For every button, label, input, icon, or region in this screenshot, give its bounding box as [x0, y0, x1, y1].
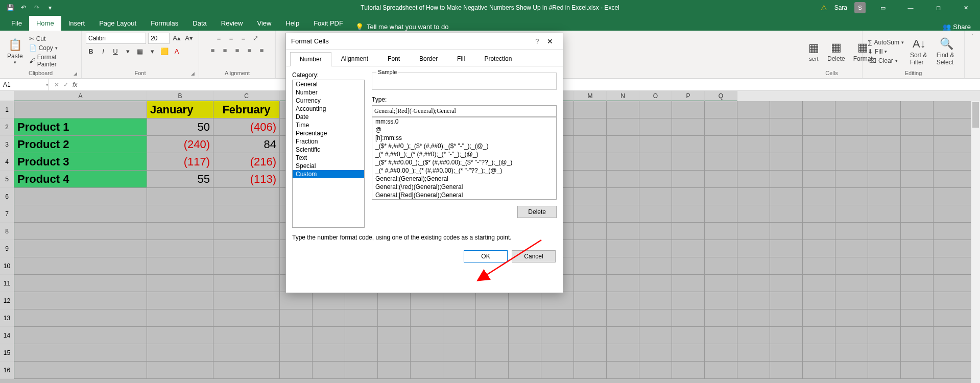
type-list[interactable]: m/d/yyyy h:mmmm:ssmm:ss.0@[h]:mm:ss_($* …: [372, 117, 557, 200]
column-header[interactable]: O: [639, 91, 672, 101]
qat-customize-icon[interactable]: ▾: [46, 4, 54, 12]
tab-page-layout[interactable]: Page Layout: [92, 16, 144, 31]
bold-button[interactable]: B: [86, 46, 96, 56]
tab-review[interactable]: Review: [214, 16, 250, 31]
cell[interactable]: 84: [213, 136, 280, 153]
dialog-tab-border[interactable]: Border: [410, 52, 447, 66]
decrease-font-icon[interactable]: A▾: [184, 33, 194, 43]
category-item[interactable]: Special: [293, 162, 364, 170]
border-button[interactable]: ▦: [135, 46, 145, 56]
copy-button[interactable]: 📄Copy▾: [28, 44, 77, 52]
font-name-select[interactable]: [86, 33, 146, 44]
chevron-down-icon[interactable]: ▾: [147, 46, 157, 56]
dialog-launcher-icon[interactable]: ◢: [74, 71, 77, 76]
cell[interactable]: (240): [147, 136, 213, 153]
cell[interactable]: [14, 257, 147, 275]
row-header[interactable]: 15: [0, 344, 14, 362]
category-item[interactable]: Currency: [293, 97, 364, 105]
tab-home[interactable]: Home: [29, 16, 61, 31]
cell[interactable]: [14, 101, 147, 118]
type-list-item[interactable]: General;[Red](General);General: [372, 191, 556, 199]
cell[interactable]: [14, 275, 147, 292]
cell[interactable]: [213, 309, 280, 327]
column-header[interactable]: N: [607, 91, 639, 101]
warning-icon[interactable]: ⚠: [821, 4, 827, 12]
row-header[interactable]: 12: [0, 292, 14, 309]
dialog-tab-number[interactable]: Number: [290, 52, 331, 66]
row-header[interactable]: 11: [0, 275, 14, 292]
cell[interactable]: [147, 292, 213, 309]
ribbon-options-icon[interactable]: ▭: [873, 0, 893, 15]
redo-icon[interactable]: ↷: [33, 4, 41, 12]
align-top-icon[interactable]: ≡: [214, 33, 224, 43]
cell[interactable]: [14, 344, 147, 362]
align-right-icon[interactable]: ≡: [232, 45, 243, 55]
category-list[interactable]: GeneralNumberCurrencyAccountingDateTimeP…: [292, 80, 365, 228]
cell[interactable]: [213, 362, 280, 379]
row-header[interactable]: 4: [0, 153, 14, 171]
type-list-item[interactable]: [h]:mm:ss: [372, 134, 556, 142]
close-icon[interactable]: ✕: [542, 37, 558, 45]
user-name[interactable]: Sara: [834, 4, 847, 11]
close-icon[interactable]: ✕: [955, 0, 976, 15]
category-item[interactable]: Custom: [293, 170, 364, 178]
autosum-button[interactable]: ∑AutoSum▾: [867, 38, 905, 46]
tell-me[interactable]: 💡 Tell me what you want to do: [355, 23, 448, 31]
collapse-ribbon-icon[interactable]: ˆ: [971, 34, 973, 40]
cell[interactable]: [147, 257, 213, 275]
cell[interactable]: (216): [213, 153, 280, 171]
type-list-item[interactable]: General;(\red)(General);General: [372, 183, 556, 191]
cell[interactable]: [147, 327, 213, 344]
column-header[interactable]: Q: [705, 91, 737, 101]
sort-filter-button[interactable]: A↓Sort & Filter: [907, 36, 931, 67]
cell[interactable]: [213, 240, 280, 257]
align-center-icon[interactable]: ≡: [220, 45, 230, 55]
help-icon[interactable]: ?: [532, 37, 542, 45]
vertical-scrollbar[interactable]: [971, 101, 980, 383]
cell[interactable]: [147, 275, 213, 292]
cell[interactable]: [213, 275, 280, 292]
cell[interactable]: [147, 240, 213, 257]
cell[interactable]: [213, 327, 280, 344]
row-header[interactable]: 1: [0, 101, 14, 118]
cell[interactable]: (117): [147, 153, 213, 171]
align-left-icon[interactable]: ≡: [208, 45, 218, 55]
save-icon[interactable]: 💾: [6, 4, 14, 12]
tab-help[interactable]: Help: [278, 16, 306, 31]
cell[interactable]: Product 3: [14, 153, 147, 171]
cut-button[interactable]: ✂Cut: [28, 35, 77, 43]
cell[interactable]: January: [147, 101, 213, 118]
category-item[interactable]: Percentage: [293, 129, 364, 137]
share-button[interactable]: 👥 Share: [943, 23, 980, 31]
tab-insert[interactable]: Insert: [61, 16, 92, 31]
type-list-item[interactable]: _(* #,##0_);_(* (#,##0);_(* "-"_);_(@_): [372, 150, 556, 158]
indent-decrease-icon[interactable]: ≡: [245, 45, 255, 55]
fill-color-button[interactable]: 🟨: [159, 46, 170, 56]
type-list-item[interactable]: mm:ss.0: [372, 117, 556, 126]
column-header[interactable]: P: [672, 91, 705, 101]
align-middle-icon[interactable]: ≡: [226, 33, 236, 43]
fx-icon[interactable]: fx: [73, 81, 80, 88]
cell[interactable]: [147, 344, 213, 362]
maximize-icon[interactable]: ◻: [928, 0, 948, 15]
cell[interactable]: [14, 362, 147, 379]
cell[interactable]: [14, 223, 147, 240]
row-header[interactable]: 13: [0, 309, 14, 327]
cell[interactable]: [14, 327, 147, 344]
chevron-down-icon[interactable]: ▾: [123, 46, 133, 56]
font-size-select[interactable]: [148, 33, 170, 44]
cell[interactable]: Product 2: [14, 136, 147, 153]
type-list-item[interactable]: _($* #,##0.00_);_($* (#,##0.00);_($* "-"…: [372, 158, 556, 166]
cell[interactable]: [147, 309, 213, 327]
type-list-item[interactable]: @: [372, 126, 556, 134]
cell[interactable]: [213, 205, 280, 223]
dialog-tab-font[interactable]: Font: [378, 52, 410, 66]
type-list-item[interactable]: General;(General);General: [372, 175, 556, 183]
increase-font-icon[interactable]: A▴: [172, 33, 182, 43]
cell[interactable]: Product 1: [14, 118, 147, 136]
cancel-formula-icon[interactable]: ✕: [54, 81, 59, 88]
category-item[interactable]: Scientific: [293, 146, 364, 154]
type-input[interactable]: [372, 105, 557, 117]
column-header[interactable]: B: [147, 91, 213, 101]
category-item[interactable]: General: [293, 80, 364, 88]
